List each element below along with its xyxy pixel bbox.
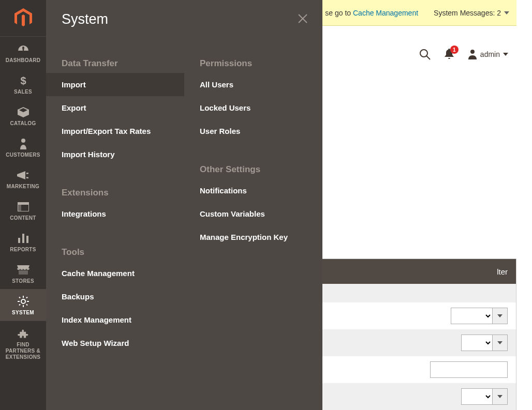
flyout-item-import-export-tax-rates[interactable]: Import/Export Tax Rates [46,119,184,143]
flyout-group-data-transfer: Data Transfer [46,51,184,73]
magento-logo[interactable] [0,0,46,37]
filter-text-input[interactable] [430,361,508,378]
system-messages-toggle[interactable]: System Messages: 2 [434,9,509,17]
box-icon [18,106,29,118]
svg-rect-16 [26,297,28,299]
search-button[interactable] [419,49,431,60]
flyout-item-manage-encryption-key[interactable]: Manage Encryption Key [184,225,322,249]
flyout-item-index-management[interactable]: Index Management [46,308,184,331]
sidebar-item-label: CATALOG [10,120,36,126]
dollar-icon: $ [20,74,27,87]
svg-rect-14 [19,297,21,299]
gear-icon [18,295,29,308]
flyout-group-extensions: Extensions [46,180,184,202]
sidebar-item-label: REPORTS [10,247,36,252]
svg-rect-6 [22,234,24,243]
close-icon [298,14,307,23]
sidebar-item-label: DASHBOARD [6,57,41,63]
sidebar-item-stores[interactable]: STORES [0,257,46,289]
sidebar-item-label: SYSTEM [12,310,34,315]
megaphone-icon [17,169,29,181]
svg-point-1 [21,139,25,143]
flyout-item-user-roles[interactable]: User Roles [184,119,322,143]
admin-account-menu[interactable]: admin [468,49,508,59]
flyout-item-web-setup-wizard[interactable]: Web Setup Wizard [46,331,184,355]
notification-badge: 1 [450,45,459,54]
svg-point-20 [470,50,475,54]
magento-logo-icon [14,8,32,28]
sidebar-item-customers[interactable]: CUSTOMERS [0,131,46,163]
flyout-item-custom-variables[interactable]: Custom Variables [184,202,322,225]
puzzle-icon [18,327,29,340]
flyout-item-all-users[interactable]: All Users [184,73,322,96]
flyout-close-button[interactable] [295,11,310,26]
caret-down-icon [497,395,503,398]
system-flyout: System Data Transfer Import Export Impor… [46,0,322,410]
filter-header-label: lter [497,267,508,276]
gauge-icon [17,43,29,55]
sidebar-item-label: FIND PARTNERS & EXTENSIONS [2,342,44,360]
cache-management-link[interactable]: Cache Management [353,9,418,17]
sidebar-item-marketing[interactable]: MARKETING [0,163,46,194]
sidebar-item-catalog[interactable]: CATALOG [0,100,46,131]
svg-rect-15 [26,304,28,306]
flyout-col-2: Permissions All Users Locked Users User … [184,51,322,355]
sidebar-item-label: CONTENT [10,215,36,221]
sidebar-item-find-partners[interactable]: FIND PARTNERS & EXTENSIONS [0,321,46,368]
flyout-group-tools: Tools [46,240,184,262]
filter-select-1[interactable] [451,308,492,324]
flyout-group-permissions: Permissions [184,51,322,73]
storefront-icon [17,264,29,276]
flyout-item-integrations[interactable]: Integrations [46,202,184,225]
flyout-col-1: Data Transfer Import Export Import/Expor… [46,51,184,355]
search-icon [419,49,431,60]
svg-rect-17 [19,304,21,306]
svg-text:$: $ [20,75,26,86]
cache-invalidated-text: se go to Cache Management [325,9,418,17]
admin-sidebar: DASHBOARD $ SALES CATALOG CUSTOMERS MARK… [0,0,46,410]
sidebar-item-label: STORES [12,278,34,284]
svg-rect-11 [23,305,24,307]
svg-rect-12 [18,301,20,302]
filter-select-2[interactable] [461,335,492,351]
system-messages-label: System Messages: 2 [434,9,501,17]
person-icon [20,138,27,150]
svg-rect-4 [18,205,21,211]
svg-rect-7 [26,236,28,243]
sidebar-item-dashboard[interactable]: DASHBOARD [0,37,46,68]
header-tools: 1 admin [419,26,516,83]
flyout-group-other-settings: Other Settings [184,157,322,179]
sidebar-item-system[interactable]: SYSTEM [0,289,46,321]
svg-rect-3 [18,202,29,205]
sidebar-item-label: MARKETING [7,184,39,189]
svg-rect-5 [18,238,20,243]
sidebar-item-sales[interactable]: $ SALES [0,68,46,100]
select-arrow-button[interactable] [492,308,508,324]
caret-down-icon [497,341,503,344]
flyout-item-backups[interactable]: Backups [46,285,184,308]
admin-username: admin [480,50,500,58]
svg-rect-13 [27,301,29,302]
layout-icon [18,201,29,213]
select-arrow-button[interactable] [492,335,508,351]
svg-line-19 [426,56,430,59]
svg-rect-8 [19,270,28,275]
flyout-item-export[interactable]: Export [46,96,184,119]
select-arrow-button[interactable] [492,388,508,405]
user-icon [468,49,477,59]
sidebar-item-reports[interactable]: REPORTS [0,226,46,257]
sidebar-item-label: SALES [14,89,32,95]
svg-point-9 [21,299,25,303]
flyout-item-locked-users[interactable]: Locked Users [184,96,322,119]
flyout-item-import[interactable]: Import [46,73,184,96]
chevron-down-icon [503,53,508,56]
sidebar-item-content[interactable]: CONTENT [0,194,46,226]
notifications-button[interactable]: 1 [444,49,454,60]
sidebar-item-label: CUSTOMERS [6,152,40,158]
flyout-item-cache-management[interactable]: Cache Management [46,262,184,285]
flyout-item-notifications[interactable]: Notifications [184,179,322,202]
caret-down-icon [497,314,503,317]
flyout-item-import-history[interactable]: Import History [46,143,184,166]
bar-chart-icon [18,232,29,245]
filter-select-3[interactable] [461,388,492,405]
